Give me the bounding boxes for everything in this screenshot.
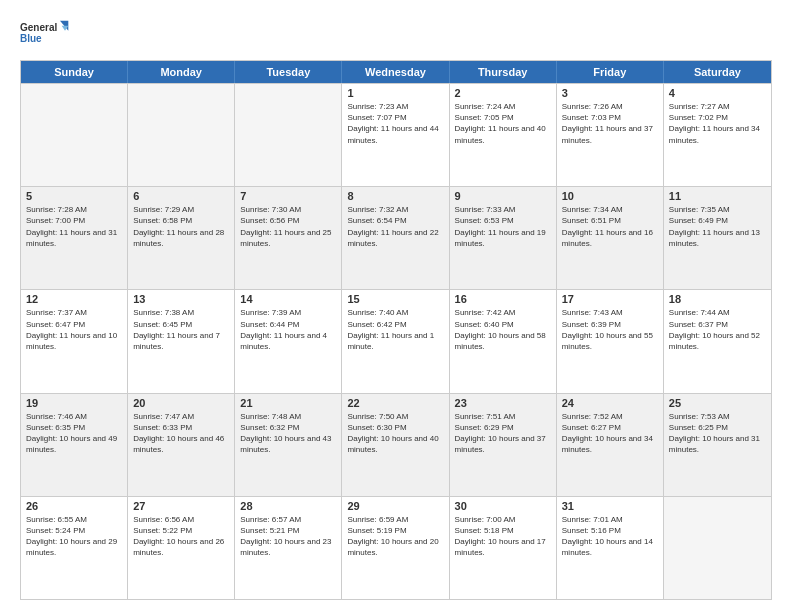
day-info: Sunrise: 7:00 AMSunset: 5:18 PMDaylight:… — [455, 514, 551, 559]
day-info: Sunrise: 6:57 AMSunset: 5:21 PMDaylight:… — [240, 514, 336, 559]
day-info: Sunrise: 7:38 AMSunset: 6:45 PMDaylight:… — [133, 307, 229, 352]
calendar-cell — [128, 84, 235, 186]
calendar-cell: 11Sunrise: 7:35 AMSunset: 6:49 PMDayligh… — [664, 187, 771, 289]
calendar-cell: 10Sunrise: 7:34 AMSunset: 6:51 PMDayligh… — [557, 187, 664, 289]
calendar-cell: 19Sunrise: 7:46 AMSunset: 6:35 PMDayligh… — [21, 394, 128, 496]
day-number: 14 — [240, 293, 336, 305]
day-info: Sunrise: 7:51 AMSunset: 6:29 PMDaylight:… — [455, 411, 551, 456]
day-info: Sunrise: 7:47 AMSunset: 6:33 PMDaylight:… — [133, 411, 229, 456]
day-number: 21 — [240, 397, 336, 409]
day-number: 22 — [347, 397, 443, 409]
calendar-cell: 14Sunrise: 7:39 AMSunset: 6:44 PMDayligh… — [235, 290, 342, 392]
day-number: 8 — [347, 190, 443, 202]
header-day-thursday: Thursday — [450, 61, 557, 83]
day-number: 3 — [562, 87, 658, 99]
calendar-cell: 28Sunrise: 6:57 AMSunset: 5:21 PMDayligh… — [235, 497, 342, 599]
calendar-row-1: 5Sunrise: 7:28 AMSunset: 7:00 PMDaylight… — [21, 186, 771, 289]
calendar-cell: 16Sunrise: 7:42 AMSunset: 6:40 PMDayligh… — [450, 290, 557, 392]
calendar-cell: 3Sunrise: 7:26 AMSunset: 7:03 PMDaylight… — [557, 84, 664, 186]
calendar-cell: 1Sunrise: 7:23 AMSunset: 7:07 PMDaylight… — [342, 84, 449, 186]
header-day-wednesday: Wednesday — [342, 61, 449, 83]
day-info: Sunrise: 7:34 AMSunset: 6:51 PMDaylight:… — [562, 204, 658, 249]
calendar-cell: 23Sunrise: 7:51 AMSunset: 6:29 PMDayligh… — [450, 394, 557, 496]
calendar-row-3: 19Sunrise: 7:46 AMSunset: 6:35 PMDayligh… — [21, 393, 771, 496]
calendar-cell: 25Sunrise: 7:53 AMSunset: 6:25 PMDayligh… — [664, 394, 771, 496]
day-number: 9 — [455, 190, 551, 202]
calendar: SundayMondayTuesdayWednesdayThursdayFrid… — [20, 60, 772, 600]
day-number: 7 — [240, 190, 336, 202]
day-info: Sunrise: 7:52 AMSunset: 6:27 PMDaylight:… — [562, 411, 658, 456]
day-number: 12 — [26, 293, 122, 305]
day-info: Sunrise: 7:46 AMSunset: 6:35 PMDaylight:… — [26, 411, 122, 456]
day-info: Sunrise: 7:42 AMSunset: 6:40 PMDaylight:… — [455, 307, 551, 352]
day-number: 19 — [26, 397, 122, 409]
header-day-monday: Monday — [128, 61, 235, 83]
day-info: Sunrise: 7:24 AMSunset: 7:05 PMDaylight:… — [455, 101, 551, 146]
day-info: Sunrise: 7:23 AMSunset: 7:07 PMDaylight:… — [347, 101, 443, 146]
calendar-row-0: 1Sunrise: 7:23 AMSunset: 7:07 PMDaylight… — [21, 83, 771, 186]
day-info: Sunrise: 7:53 AMSunset: 6:25 PMDaylight:… — [669, 411, 766, 456]
page-header: General Blue — [20, 16, 772, 52]
day-info: Sunrise: 7:33 AMSunset: 6:53 PMDaylight:… — [455, 204, 551, 249]
day-info: Sunrise: 7:30 AMSunset: 6:56 PMDaylight:… — [240, 204, 336, 249]
calendar-cell: 22Sunrise: 7:50 AMSunset: 6:30 PMDayligh… — [342, 394, 449, 496]
day-number: 18 — [669, 293, 766, 305]
day-info: Sunrise: 7:37 AMSunset: 6:47 PMDaylight:… — [26, 307, 122, 352]
day-number: 6 — [133, 190, 229, 202]
day-number: 29 — [347, 500, 443, 512]
day-info: Sunrise: 7:35 AMSunset: 6:49 PMDaylight:… — [669, 204, 766, 249]
day-number: 16 — [455, 293, 551, 305]
day-number: 1 — [347, 87, 443, 99]
calendar-cell: 6Sunrise: 7:29 AMSunset: 6:58 PMDaylight… — [128, 187, 235, 289]
calendar-cell: 15Sunrise: 7:40 AMSunset: 6:42 PMDayligh… — [342, 290, 449, 392]
calendar-cell: 13Sunrise: 7:38 AMSunset: 6:45 PMDayligh… — [128, 290, 235, 392]
header-day-saturday: Saturday — [664, 61, 771, 83]
day-number: 27 — [133, 500, 229, 512]
day-info: Sunrise: 6:59 AMSunset: 5:19 PMDaylight:… — [347, 514, 443, 559]
calendar-cell: 5Sunrise: 7:28 AMSunset: 7:00 PMDaylight… — [21, 187, 128, 289]
day-number: 11 — [669, 190, 766, 202]
calendar-cell: 20Sunrise: 7:47 AMSunset: 6:33 PMDayligh… — [128, 394, 235, 496]
day-info: Sunrise: 7:28 AMSunset: 7:00 PMDaylight:… — [26, 204, 122, 249]
day-number: 10 — [562, 190, 658, 202]
calendar-row-4: 26Sunrise: 6:55 AMSunset: 5:24 PMDayligh… — [21, 496, 771, 599]
day-info: Sunrise: 7:43 AMSunset: 6:39 PMDaylight:… — [562, 307, 658, 352]
day-info: Sunrise: 7:26 AMSunset: 7:03 PMDaylight:… — [562, 101, 658, 146]
day-info: Sunrise: 7:27 AMSunset: 7:02 PMDaylight:… — [669, 101, 766, 146]
day-number: 17 — [562, 293, 658, 305]
calendar-cell: 9Sunrise: 7:33 AMSunset: 6:53 PMDaylight… — [450, 187, 557, 289]
day-info: Sunrise: 7:44 AMSunset: 6:37 PMDaylight:… — [669, 307, 766, 352]
calendar-cell — [235, 84, 342, 186]
logo-svg: General Blue — [20, 16, 70, 52]
day-number: 24 — [562, 397, 658, 409]
header-day-sunday: Sunday — [21, 61, 128, 83]
header-day-tuesday: Tuesday — [235, 61, 342, 83]
day-info: Sunrise: 7:32 AMSunset: 6:54 PMDaylight:… — [347, 204, 443, 249]
calendar-cell: 26Sunrise: 6:55 AMSunset: 5:24 PMDayligh… — [21, 497, 128, 599]
day-info: Sunrise: 7:48 AMSunset: 6:32 PMDaylight:… — [240, 411, 336, 456]
day-number: 13 — [133, 293, 229, 305]
day-number: 4 — [669, 87, 766, 99]
calendar-header: SundayMondayTuesdayWednesdayThursdayFrid… — [21, 61, 771, 83]
calendar-cell: 12Sunrise: 7:37 AMSunset: 6:47 PMDayligh… — [21, 290, 128, 392]
calendar-cell — [21, 84, 128, 186]
day-number: 20 — [133, 397, 229, 409]
calendar-row-2: 12Sunrise: 7:37 AMSunset: 6:47 PMDayligh… — [21, 289, 771, 392]
calendar-cell — [664, 497, 771, 599]
svg-text:General: General — [20, 22, 57, 33]
calendar-body: 1Sunrise: 7:23 AMSunset: 7:07 PMDaylight… — [21, 83, 771, 599]
calendar-cell: 17Sunrise: 7:43 AMSunset: 6:39 PMDayligh… — [557, 290, 664, 392]
logo: General Blue — [20, 16, 70, 52]
calendar-cell: 8Sunrise: 7:32 AMSunset: 6:54 PMDaylight… — [342, 187, 449, 289]
calendar-cell: 4Sunrise: 7:27 AMSunset: 7:02 PMDaylight… — [664, 84, 771, 186]
day-number: 28 — [240, 500, 336, 512]
day-number: 23 — [455, 397, 551, 409]
day-number: 5 — [26, 190, 122, 202]
day-number: 2 — [455, 87, 551, 99]
calendar-cell: 24Sunrise: 7:52 AMSunset: 6:27 PMDayligh… — [557, 394, 664, 496]
day-number: 31 — [562, 500, 658, 512]
day-info: Sunrise: 7:01 AMSunset: 5:16 PMDaylight:… — [562, 514, 658, 559]
calendar-cell: 31Sunrise: 7:01 AMSunset: 5:16 PMDayligh… — [557, 497, 664, 599]
day-number: 25 — [669, 397, 766, 409]
calendar-cell: 30Sunrise: 7:00 AMSunset: 5:18 PMDayligh… — [450, 497, 557, 599]
